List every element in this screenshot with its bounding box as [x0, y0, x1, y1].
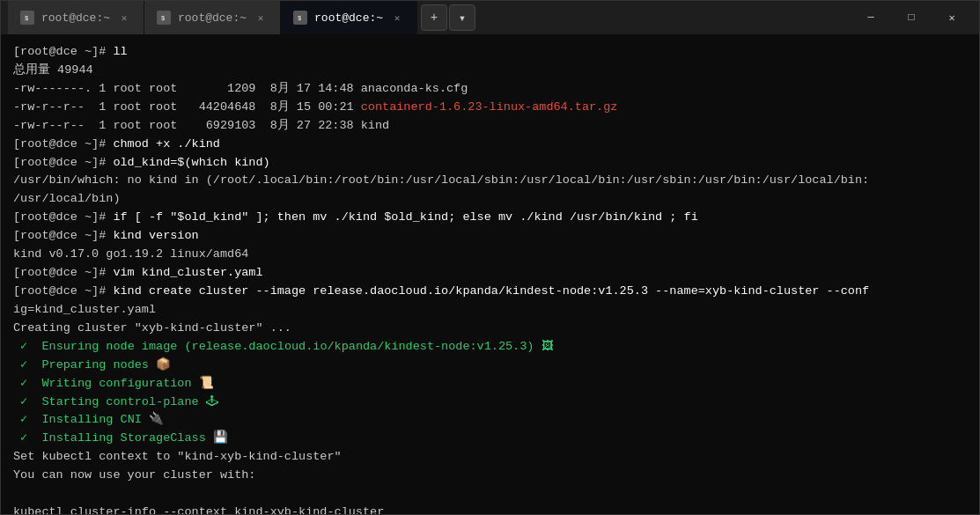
- terminal-window: $ root@dce:~ ✕ $ root@dce:~ ✕ $ root@dce…: [0, 0, 980, 515]
- line-25: [13, 485, 967, 504]
- window-controls: ─ □ ✕: [851, 1, 972, 34]
- line-14: [root@dce ~]# kind create cluster --imag…: [13, 283, 967, 301]
- line-15: ig=kind_cluster.yaml: [13, 301, 967, 320]
- tab-1[interactable]: $ root@dce:~ ✕: [8, 1, 144, 34]
- close-icon: ✕: [948, 11, 954, 25]
- line-20: ✓ Starting control-plane 🕹: [13, 394, 967, 412]
- svg-text:$: $: [298, 15, 301, 22]
- line-10: [root@dce ~]# if [ -f "$old_kind" ]; the…: [13, 209, 967, 227]
- line-26: kubectl cluster-info --context kind-xyb-…: [13, 504, 967, 514]
- line-2: 总用量 49944: [13, 62, 967, 80]
- tab-dropdown-button[interactable]: ▾: [449, 4, 475, 31]
- red-file: containerd-1.6.23-linux-amd64.tar.gz: [361, 100, 618, 114]
- line-21: ✓ Installing CNI 🔌: [13, 411, 967, 430]
- line-11: [root@dce ~]# kind version: [13, 227, 967, 246]
- line-22: ✓ Installing StorageClass 💾: [13, 430, 967, 448]
- line-12: kind v0.17.0 go1.19.2 linux/amd64: [13, 246, 967, 264]
- line-19: ✓ Writing configuration 📜: [13, 375, 967, 394]
- maximize-button[interactable]: □: [891, 1, 932, 34]
- line-9: /usr/local/bin): [13, 190, 967, 209]
- line-18: ✓ Preparing nodes 📦: [13, 357, 967, 375]
- svg-text:$: $: [25, 15, 28, 22]
- tab-1-icon: $: [20, 11, 34, 25]
- terminal-content[interactable]: [root@dce ~]# ll 总用量 49944 -rw-------. 1…: [1, 34, 979, 514]
- chevron-down-icon: ▾: [459, 11, 466, 26]
- line-16: Creating cluster "xyb-kind-cluster" ...: [13, 320, 967, 338]
- plus-icon: +: [431, 11, 438, 25]
- tab-2-icon: $: [157, 11, 171, 25]
- cmd-1: ll: [113, 45, 127, 58]
- maximize-icon: □: [908, 11, 914, 24]
- tab-1-close[interactable]: ✕: [117, 11, 131, 25]
- line-1: [root@dce ~]# ll: [13, 43, 967, 62]
- tab-2-close[interactable]: ✕: [254, 11, 268, 25]
- tab-3-label: root@dce:~: [314, 11, 383, 25]
- line-17: ✓ Ensuring node image (release.daocloud.…: [13, 338, 967, 357]
- new-tab-button[interactable]: +: [421, 4, 447, 31]
- tab-3[interactable]: $ root@dce:~ ✕: [281, 1, 417, 34]
- prompt-1: [root@dce ~]#: [13, 45, 113, 58]
- tab-2[interactable]: $ root@dce:~ ✕: [144, 1, 281, 34]
- tab-3-close[interactable]: ✕: [390, 11, 404, 25]
- line-6: [root@dce ~]# chmod +x ./kind: [13, 136, 967, 154]
- line-13: [root@dce ~]# vim kind_cluster.yaml: [13, 264, 967, 283]
- tab-actions: + ▾: [421, 4, 475, 31]
- titlebar: $ root@dce:~ ✕ $ root@dce:~ ✕ $ root@dce…: [1, 1, 979, 34]
- close-button[interactable]: ✕: [932, 1, 972, 34]
- minimize-icon: ─: [867, 11, 873, 24]
- line-5: -rw-r--r-- 1 root root 6929103 8月 27 22:…: [13, 117, 967, 136]
- svg-text:$: $: [161, 15, 165, 22]
- tab-3-icon: $: [293, 11, 307, 25]
- line-8: /usr/bin/which: no kind in (/root/.local…: [13, 172, 967, 190]
- line-23: Set kubectl context to "kind-xyb-kind-cl…: [13, 448, 967, 467]
- line-4: -rw-r--r-- 1 root root 44204648 8月 15 00…: [13, 99, 967, 117]
- line-7: [root@dce ~]# old_kind=$(which kind): [13, 154, 967, 173]
- tab-1-label: root@dce:~: [41, 11, 110, 25]
- line-24: You can now use your cluster with:: [13, 467, 967, 485]
- minimize-button[interactable]: ─: [851, 1, 891, 34]
- tab-2-label: root@dce:~: [178, 11, 247, 25]
- line-3: -rw-------. 1 root root 1209 8月 17 14:48…: [13, 80, 967, 99]
